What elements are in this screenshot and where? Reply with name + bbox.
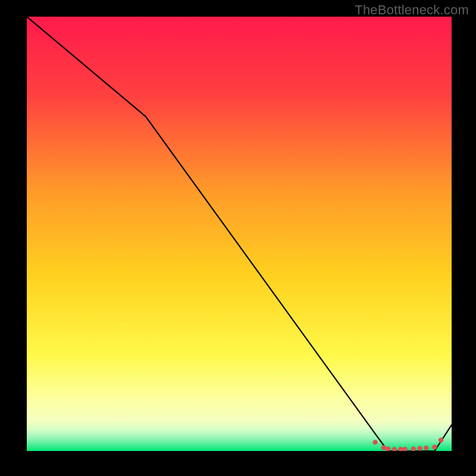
chart-background-gradient xyxy=(27,17,452,451)
chart-marker-dot xyxy=(432,444,437,449)
chart-marker-dot xyxy=(439,438,443,443)
chart-frame: TheBottleneck.com xyxy=(0,0,476,476)
watermark-text: TheBottleneck.com xyxy=(355,2,469,18)
chart-marker-dot xyxy=(417,446,422,450)
chart-plot-area xyxy=(27,17,452,451)
chart-marker-dot xyxy=(381,445,386,450)
chart-marker-dot xyxy=(424,446,428,450)
chart-svg xyxy=(27,17,452,451)
chart-marker-dot xyxy=(372,440,377,444)
